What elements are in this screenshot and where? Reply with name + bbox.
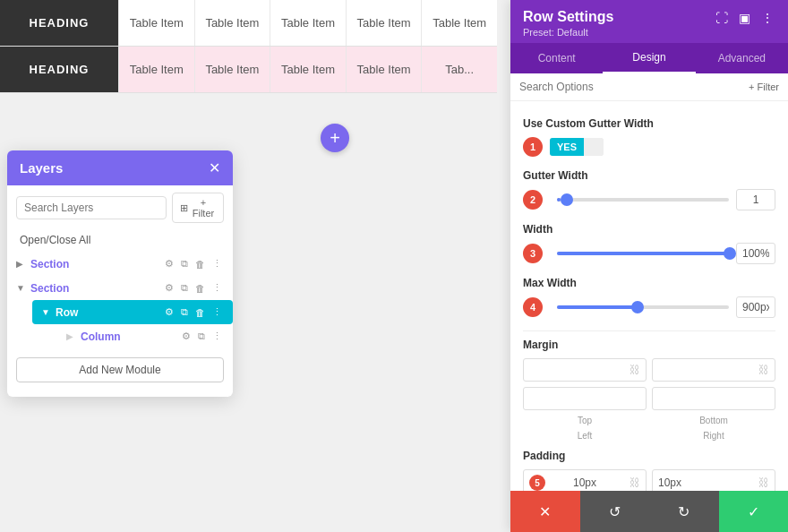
link-icon[interactable]: ⛓ xyxy=(630,476,640,489)
step-badge-5: 5 xyxy=(529,475,545,491)
add-new-module-button[interactable]: Add New Module xyxy=(16,357,224,382)
layers-row-icons: ⚙ ⧉ 🗑 ⋮ xyxy=(163,305,224,319)
layers-section1-icons: ⚙ ⧉ 🗑 ⋮ xyxy=(163,257,224,270)
layers-duplicate-icon[interactable]: ⧉ xyxy=(179,305,190,319)
layers-row-label: Row xyxy=(56,306,159,319)
row-settings-filter-button[interactable]: + Filter xyxy=(749,82,779,92)
table-cell: Table Item xyxy=(194,47,270,92)
layers-settings-icon[interactable]: ⚙ xyxy=(163,257,176,270)
custom-gutter-toggle-row: 1 YES xyxy=(523,137,775,157)
layers-item-section1[interactable]: ▶ Section ⚙ ⧉ 🗑 ⋮ xyxy=(7,252,233,276)
layers-close-button[interactable]: ✕ xyxy=(209,159,220,176)
layers-settings-icon[interactable]: ⚙ xyxy=(163,305,176,319)
layers-column-label: Column xyxy=(81,330,176,343)
tab-advanced[interactable]: Advanced xyxy=(696,43,788,73)
width-slider[interactable] xyxy=(557,245,729,262)
layers-item-column[interactable]: ▶ Column ⚙ ⧉ ⋮ xyxy=(57,324,233,348)
row-settings-title: Row Settings xyxy=(523,9,613,25)
filter-label: + Filter xyxy=(191,197,216,219)
layers-duplicate-icon[interactable]: ⧉ xyxy=(179,281,190,295)
table-container: HEADING Table Item Table Item Table Item… xyxy=(0,0,497,93)
redo-button[interactable]: ↻ xyxy=(649,491,719,532)
layers-open-close-all[interactable]: Open/Close All xyxy=(7,230,233,252)
link-icon[interactable]: ⛓ xyxy=(630,364,640,376)
row-settings-header: Row Settings Preset: Default ⛶ ▣ ⋮ xyxy=(510,0,788,43)
row-settings-title-area: Row Settings Preset: Default xyxy=(523,9,613,38)
step-badge-3: 3 xyxy=(523,244,543,263)
table-cell: Tab... xyxy=(421,47,497,92)
save-button[interactable]: ✓ xyxy=(719,491,789,532)
table-row: HEADING Table Item Table Item Table Item… xyxy=(0,47,497,93)
layers-settings-icon[interactable]: ⚙ xyxy=(180,330,193,343)
layers-panel: Layers ✕ ⊞ + Filter Open/Close All ▶ Sec… xyxy=(7,150,233,397)
fullscreen-icon[interactable]: ⛶ xyxy=(714,9,730,27)
layers-more-icon[interactable]: ⋮ xyxy=(210,330,224,343)
table-cell: Table Item xyxy=(421,0,497,46)
row-settings-body: Use Custom Gutter Width 1 YES Gutter Wid… xyxy=(510,101,788,491)
tab-design[interactable]: Design xyxy=(603,43,695,73)
max-width-value[interactable] xyxy=(736,296,775,318)
layers-section2-label: Section xyxy=(30,282,159,295)
padding-top-cell: 5 ⛓ xyxy=(523,469,647,491)
toggle-no xyxy=(584,138,604,156)
padding-top-input[interactable] xyxy=(573,476,605,489)
layers-item-section2[interactable]: ▼ Section ⚙ ⧉ 🗑 ⋮ xyxy=(7,276,233,300)
layers-section2-icons: ⚙ ⧉ 🗑 ⋮ xyxy=(163,281,224,295)
link-icon[interactable]: ⛓ xyxy=(758,364,769,376)
add-row-button[interactable]: + xyxy=(321,124,349,152)
margin-top-cell: ⛓ xyxy=(523,358,647,382)
gutter-width-slider-row: 2 xyxy=(523,189,775,210)
custom-gutter-label: Use Custom Gutter Width xyxy=(523,117,775,130)
padding-grid: 5 ⛓ ⛓ xyxy=(523,469,775,491)
tab-content[interactable]: Content xyxy=(510,43,603,73)
layers-column-icons: ⚙ ⧉ ⋮ xyxy=(180,330,224,343)
layers-delete-icon[interactable]: 🗑 xyxy=(193,258,207,270)
cancel-button[interactable]: ✕ xyxy=(510,491,580,532)
gutter-width-slider[interactable] xyxy=(557,192,729,208)
layers-item-row[interactable]: ▼ Row ⚙ ⧉ 🗑 ⋮ xyxy=(32,300,233,324)
layers-filter-button[interactable]: ⊞ + Filter xyxy=(172,193,224,223)
chevron-down-icon: ▼ xyxy=(41,307,52,317)
padding-bottom-input[interactable] xyxy=(658,476,690,489)
row-settings-preset[interactable]: Preset: Default xyxy=(523,27,613,38)
width-slider-row: 3 xyxy=(523,243,775,264)
table-row: HEADING Table Item Table Item Table Item… xyxy=(0,0,497,47)
more-options-icon[interactable]: ⋮ xyxy=(759,9,775,27)
table-cell: Table Item xyxy=(346,47,422,92)
columns-icon[interactable]: ▣ xyxy=(737,9,752,27)
layers-delete-icon[interactable]: 🗑 xyxy=(193,282,207,295)
margin-right-input[interactable] xyxy=(658,392,703,405)
margin-left-input[interactable] xyxy=(529,392,574,405)
row-settings-search-input[interactable] xyxy=(519,81,743,93)
layers-search-input[interactable] xyxy=(16,196,167,219)
margin-bottom-cell: ⛓ xyxy=(652,358,775,382)
table-cell: Table Item xyxy=(194,0,270,46)
custom-gutter-toggle[interactable]: YES xyxy=(550,138,604,156)
margin-top-input[interactable] xyxy=(529,364,574,376)
table-cell: Table Item xyxy=(270,0,346,46)
table-heading-2: HEADING xyxy=(0,47,118,92)
filter-plus-icon: + xyxy=(749,82,754,92)
undo-button[interactable]: ↺ xyxy=(580,491,650,532)
layers-section1-label: Section xyxy=(30,258,159,270)
layers-more-icon[interactable]: ⋮ xyxy=(210,257,224,270)
layers-duplicate-icon[interactable]: ⧉ xyxy=(179,257,190,270)
width-value[interactable] xyxy=(736,243,775,264)
layers-duplicate-icon[interactable]: ⧉ xyxy=(196,330,207,343)
layers-delete-icon[interactable]: 🗑 xyxy=(193,306,207,319)
max-width-slider[interactable] xyxy=(557,299,729,315)
gutter-width-value[interactable] xyxy=(736,189,775,210)
row-settings-footer: ✕ ↺ ↻ ✓ xyxy=(510,491,788,532)
margin-bottom-input[interactable] xyxy=(658,364,703,376)
step-badge-4: 4 xyxy=(523,297,543,317)
step-badge-1: 1 xyxy=(523,137,543,157)
layers-more-icon[interactable]: ⋮ xyxy=(210,281,224,295)
layers-more-icon[interactable]: ⋮ xyxy=(210,305,224,319)
row-settings-header-icons: ⛶ ▣ ⋮ xyxy=(714,9,775,27)
padding-bottom-cell: ⛓ xyxy=(652,469,775,491)
layers-settings-icon[interactable]: ⚙ xyxy=(163,281,176,295)
width-label: Width xyxy=(523,223,775,236)
link-icon[interactable]: ⛓ xyxy=(758,476,769,489)
filter-icon: ⊞ xyxy=(180,202,188,214)
max-width-slider-row: 4 xyxy=(523,296,775,318)
